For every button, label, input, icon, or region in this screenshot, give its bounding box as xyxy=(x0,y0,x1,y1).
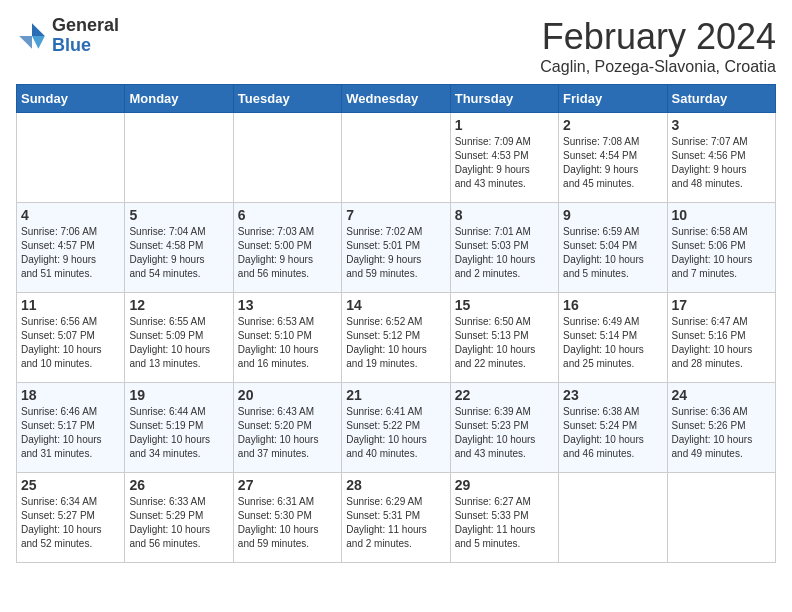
day-number: 1 xyxy=(455,117,554,133)
day-number: 27 xyxy=(238,477,337,493)
calendar-cell: 24Sunrise: 6:36 AM Sunset: 5:26 PM Dayli… xyxy=(667,383,775,473)
day-info: Sunrise: 6:58 AM Sunset: 5:06 PM Dayligh… xyxy=(672,225,771,281)
calendar-cell: 25Sunrise: 6:34 AM Sunset: 5:27 PM Dayli… xyxy=(17,473,125,563)
day-info: Sunrise: 6:55 AM Sunset: 5:09 PM Dayligh… xyxy=(129,315,228,371)
day-number: 28 xyxy=(346,477,445,493)
calendar-day-header: Friday xyxy=(559,85,667,113)
day-number: 3 xyxy=(672,117,771,133)
day-info: Sunrise: 7:02 AM Sunset: 5:01 PM Dayligh… xyxy=(346,225,445,281)
day-number: 6 xyxy=(238,207,337,223)
location: Caglin, Pozega-Slavonia, Croatia xyxy=(540,58,776,76)
calendar-cell: 26Sunrise: 6:33 AM Sunset: 5:29 PM Dayli… xyxy=(125,473,233,563)
day-info: Sunrise: 6:46 AM Sunset: 5:17 PM Dayligh… xyxy=(21,405,120,461)
day-number: 23 xyxy=(563,387,662,403)
day-number: 22 xyxy=(455,387,554,403)
day-info: Sunrise: 7:09 AM Sunset: 4:53 PM Dayligh… xyxy=(455,135,554,191)
day-info: Sunrise: 6:49 AM Sunset: 5:14 PM Dayligh… xyxy=(563,315,662,371)
day-number: 16 xyxy=(563,297,662,313)
calendar-week-row: 1Sunrise: 7:09 AM Sunset: 4:53 PM Daylig… xyxy=(17,113,776,203)
calendar-week-row: 11Sunrise: 6:56 AM Sunset: 5:07 PM Dayli… xyxy=(17,293,776,383)
calendar-day-header: Wednesday xyxy=(342,85,450,113)
day-number: 21 xyxy=(346,387,445,403)
calendar-cell: 19Sunrise: 6:44 AM Sunset: 5:19 PM Dayli… xyxy=(125,383,233,473)
calendar-cell: 18Sunrise: 6:46 AM Sunset: 5:17 PM Dayli… xyxy=(17,383,125,473)
logo: General Blue xyxy=(16,16,119,56)
calendar-table: SundayMondayTuesdayWednesdayThursdayFrid… xyxy=(16,84,776,563)
calendar-cell: 21Sunrise: 6:41 AM Sunset: 5:22 PM Dayli… xyxy=(342,383,450,473)
calendar-cell: 15Sunrise: 6:50 AM Sunset: 5:13 PM Dayli… xyxy=(450,293,558,383)
day-number: 13 xyxy=(238,297,337,313)
day-number: 10 xyxy=(672,207,771,223)
day-number: 15 xyxy=(455,297,554,313)
calendar-cell: 1Sunrise: 7:09 AM Sunset: 4:53 PM Daylig… xyxy=(450,113,558,203)
svg-marker-1 xyxy=(32,36,45,49)
svg-marker-2 xyxy=(19,36,32,49)
day-number: 25 xyxy=(21,477,120,493)
day-info: Sunrise: 6:36 AM Sunset: 5:26 PM Dayligh… xyxy=(672,405,771,461)
calendar-cell: 13Sunrise: 6:53 AM Sunset: 5:10 PM Dayli… xyxy=(233,293,341,383)
day-info: Sunrise: 6:56 AM Sunset: 5:07 PM Dayligh… xyxy=(21,315,120,371)
day-info: Sunrise: 6:52 AM Sunset: 5:12 PM Dayligh… xyxy=(346,315,445,371)
calendar-cell: 6Sunrise: 7:03 AM Sunset: 5:00 PM Daylig… xyxy=(233,203,341,293)
day-number: 12 xyxy=(129,297,228,313)
day-number: 29 xyxy=(455,477,554,493)
day-number: 20 xyxy=(238,387,337,403)
calendar-cell: 22Sunrise: 6:39 AM Sunset: 5:23 PM Dayli… xyxy=(450,383,558,473)
day-number: 11 xyxy=(21,297,120,313)
calendar-cell: 14Sunrise: 6:52 AM Sunset: 5:12 PM Dayli… xyxy=(342,293,450,383)
day-info: Sunrise: 7:04 AM Sunset: 4:58 PM Dayligh… xyxy=(129,225,228,281)
day-info: Sunrise: 7:08 AM Sunset: 4:54 PM Dayligh… xyxy=(563,135,662,191)
logo-text: General Blue xyxy=(52,16,119,56)
day-number: 7 xyxy=(346,207,445,223)
calendar-cell: 12Sunrise: 6:55 AM Sunset: 5:09 PM Dayli… xyxy=(125,293,233,383)
calendar-cell xyxy=(233,113,341,203)
calendar-cell xyxy=(17,113,125,203)
calendar-cell xyxy=(559,473,667,563)
calendar-cell: 2Sunrise: 7:08 AM Sunset: 4:54 PM Daylig… xyxy=(559,113,667,203)
calendar-cell xyxy=(667,473,775,563)
day-info: Sunrise: 6:53 AM Sunset: 5:10 PM Dayligh… xyxy=(238,315,337,371)
day-info: Sunrise: 6:39 AM Sunset: 5:23 PM Dayligh… xyxy=(455,405,554,461)
day-number: 5 xyxy=(129,207,228,223)
day-info: Sunrise: 6:34 AM Sunset: 5:27 PM Dayligh… xyxy=(21,495,120,551)
day-number: 19 xyxy=(129,387,228,403)
day-info: Sunrise: 6:41 AM Sunset: 5:22 PM Dayligh… xyxy=(346,405,445,461)
day-info: Sunrise: 6:43 AM Sunset: 5:20 PM Dayligh… xyxy=(238,405,337,461)
day-info: Sunrise: 6:33 AM Sunset: 5:29 PM Dayligh… xyxy=(129,495,228,551)
calendar-header-row: SundayMondayTuesdayWednesdayThursdayFrid… xyxy=(17,85,776,113)
day-info: Sunrise: 6:27 AM Sunset: 5:33 PM Dayligh… xyxy=(455,495,554,551)
day-info: Sunrise: 6:31 AM Sunset: 5:30 PM Dayligh… xyxy=(238,495,337,551)
calendar-cell: 17Sunrise: 6:47 AM Sunset: 5:16 PM Dayli… xyxy=(667,293,775,383)
calendar-day-header: Sunday xyxy=(17,85,125,113)
calendar-cell: 29Sunrise: 6:27 AM Sunset: 5:33 PM Dayli… xyxy=(450,473,558,563)
calendar-day-header: Tuesday xyxy=(233,85,341,113)
day-number: 24 xyxy=(672,387,771,403)
day-number: 26 xyxy=(129,477,228,493)
calendar-cell xyxy=(342,113,450,203)
calendar-cell: 11Sunrise: 6:56 AM Sunset: 5:07 PM Dayli… xyxy=(17,293,125,383)
day-info: Sunrise: 7:01 AM Sunset: 5:03 PM Dayligh… xyxy=(455,225,554,281)
logo-icon xyxy=(16,20,48,52)
page-header: General Blue February 2024 Caglin, Pozeg… xyxy=(16,16,776,76)
day-number: 4 xyxy=(21,207,120,223)
calendar-week-row: 18Sunrise: 6:46 AM Sunset: 5:17 PM Dayli… xyxy=(17,383,776,473)
day-number: 2 xyxy=(563,117,662,133)
calendar-cell: 8Sunrise: 7:01 AM Sunset: 5:03 PM Daylig… xyxy=(450,203,558,293)
calendar-cell: 28Sunrise: 6:29 AM Sunset: 5:31 PM Dayli… xyxy=(342,473,450,563)
calendar-cell: 7Sunrise: 7:02 AM Sunset: 5:01 PM Daylig… xyxy=(342,203,450,293)
calendar-day-header: Thursday xyxy=(450,85,558,113)
calendar-cell: 27Sunrise: 6:31 AM Sunset: 5:30 PM Dayli… xyxy=(233,473,341,563)
calendar-cell: 9Sunrise: 6:59 AM Sunset: 5:04 PM Daylig… xyxy=(559,203,667,293)
calendar-cell: 16Sunrise: 6:49 AM Sunset: 5:14 PM Dayli… xyxy=(559,293,667,383)
calendar-week-row: 4Sunrise: 7:06 AM Sunset: 4:57 PM Daylig… xyxy=(17,203,776,293)
day-info: Sunrise: 6:29 AM Sunset: 5:31 PM Dayligh… xyxy=(346,495,445,551)
logo-blue: Blue xyxy=(52,35,91,55)
calendar-cell: 20Sunrise: 6:43 AM Sunset: 5:20 PM Dayli… xyxy=(233,383,341,473)
calendar-week-row: 25Sunrise: 6:34 AM Sunset: 5:27 PM Dayli… xyxy=(17,473,776,563)
day-number: 8 xyxy=(455,207,554,223)
day-info: Sunrise: 6:44 AM Sunset: 5:19 PM Dayligh… xyxy=(129,405,228,461)
calendar-cell: 23Sunrise: 6:38 AM Sunset: 5:24 PM Dayli… xyxy=(559,383,667,473)
calendar-cell: 4Sunrise: 7:06 AM Sunset: 4:57 PM Daylig… xyxy=(17,203,125,293)
day-number: 14 xyxy=(346,297,445,313)
day-info: Sunrise: 6:59 AM Sunset: 5:04 PM Dayligh… xyxy=(563,225,662,281)
